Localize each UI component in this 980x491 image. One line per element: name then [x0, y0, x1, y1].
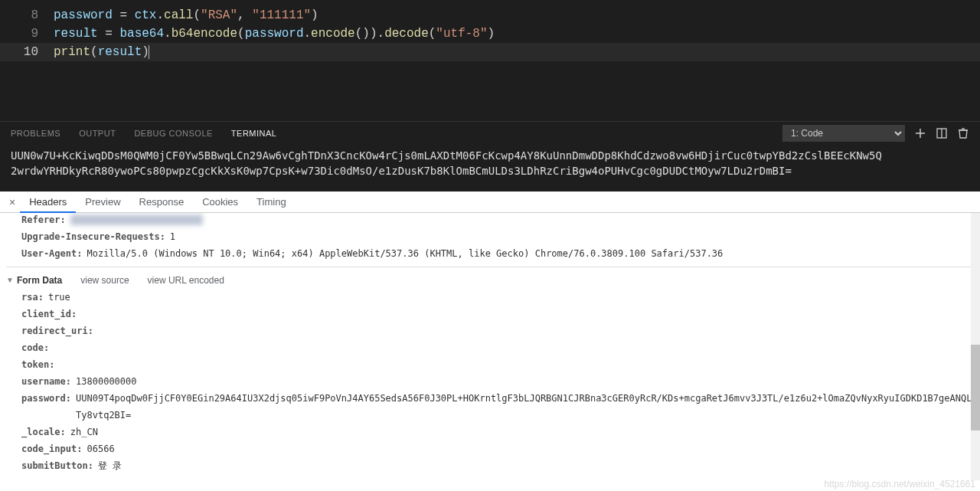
header-value: xxxxxxxxxxxxxxxxxxxxxxxx [70, 213, 203, 228]
panel-tabs: PROBLEMS OUTPUT DEBUG CONSOLE TERMINAL 1… [0, 122, 980, 145]
tab-headers[interactable]: Headers [20, 191, 76, 213]
form-key: code [21, 339, 49, 356]
form-value: 06566 [87, 440, 114, 457]
code-line[interactable]: 9 result = base64.b64encode(password.enc… [0, 25, 980, 43]
header-row: Referer xxxxxxxxxxxxxxxxxxxxxxxx [21, 213, 972, 228]
tab-cookies[interactable]: Cookies [193, 191, 247, 213]
code-content[interactable]: result = base64.b64encode(password.encod… [54, 25, 495, 43]
chevron-down-icon[interactable]: ▼ [6, 272, 14, 289]
form-key: username [21, 373, 71, 390]
form-key: token [21, 356, 54, 373]
code-line[interactable]: 8 password = ctx.call("RSA", "111111") [0, 6, 980, 25]
watermark: https://blog.csdn.net/weixin_4521661 [825, 479, 975, 489]
new-terminal-icon[interactable] [914, 127, 926, 139]
header-key: Upgrade-Insecure-Requests [21, 228, 165, 245]
form-key: submitButton [21, 457, 93, 474]
form-row: passwordUUN09T4poqDw0FjjCF0Y0EGin29A64IU… [21, 390, 972, 424]
bottom-panel: PROBLEMS OUTPUT DEBUG CONSOLE TERMINAL 1… [0, 121, 980, 191]
terminal-select[interactable]: 1: Code [782, 125, 905, 142]
header-row: User-Agent Mozilla/5.0 (Windows NT 10.0;… [21, 245, 972, 262]
kill-terminal-icon[interactable] [957, 127, 969, 139]
form-row: code_input06566 [21, 440, 972, 457]
form-row: username13800000000 [21, 373, 972, 390]
code-content[interactable]: password = ctx.call("RSA", "111111") [54, 6, 318, 25]
header-key: User-Agent [21, 245, 82, 262]
tab-problems[interactable]: PROBLEMS [11, 129, 60, 138]
form-key: code_input [21, 440, 82, 457]
code-content[interactable]: print(result) [54, 43, 149, 61]
form-key: rsa [21, 289, 44, 306]
form-row: code [21, 339, 972, 356]
redacted-value: xxxxxxxxxxxxxxxxxxxxxxxx [70, 214, 203, 225]
form-row: token [21, 356, 972, 373]
line-number: 8 [0, 6, 54, 25]
header-row: Upgrade-Insecure-Requests 1 [21, 228, 972, 245]
form-key: password [21, 390, 71, 407]
tab-timing[interactable]: Timing [247, 191, 296, 213]
code-line[interactable]: 10 print(result) [0, 43, 980, 61]
tab-preview[interactable]: Preview [76, 191, 129, 213]
tab-debug-console[interactable]: DEBUG CONSOLE [134, 129, 212, 138]
header-key: Referer [21, 213, 66, 228]
code-editor[interactable]: 8 password = ctx.call("RSA", "111111") 9… [0, 0, 980, 121]
form-value: true [48, 289, 70, 306]
header-value: 1 [170, 228, 175, 245]
header-value: Mozilla/5.0 (Windows NT 10.0; Win64; x64… [87, 245, 723, 262]
split-terminal-icon[interactable] [936, 127, 948, 139]
devtools-body[interactable]: Referer xxxxxxxxxxxxxxxxxxxxxxxx Upgrade… [0, 213, 972, 491]
terminal-output[interactable]: UUN0w7U+KcKiwqDDsM0QWM0jCF0Yw5BBwqLCn29A… [0, 145, 980, 182]
devtools-tabs: × Headers Preview Response Cookies Timin… [0, 191, 980, 213]
close-icon[interactable]: × [5, 196, 20, 208]
line-number: 9 [0, 25, 54, 43]
form-data-section: ▼ Form Data view source view URL encoded… [6, 267, 972, 474]
section-title: Form Data [17, 272, 62, 289]
view-url-encoded-link[interactable]: view URL encoded [148, 272, 224, 289]
form-row: submitButton登 录 [21, 457, 972, 474]
tab-output[interactable]: OUTPUT [79, 129, 116, 138]
tab-terminal[interactable]: TERMINAL [231, 129, 277, 138]
section-header[interactable]: ▼ Form Data view source view URL encoded [6, 272, 972, 289]
text-cursor [149, 45, 149, 59]
form-row: client_id [21, 306, 972, 322]
line-number: 10 [0, 43, 54, 61]
form-value: UUN09T4poqDw0FjjCF0Y0EGin29A64IU3X2djsq0… [76, 390, 972, 424]
devtools-panel: × Headers Preview Response Cookies Timin… [0, 191, 980, 491]
form-value: 登 录 [98, 457, 122, 474]
form-row: redirect_uri [21, 322, 972, 339]
form-row: rsatrue [21, 289, 972, 306]
form-value: zh_CN [70, 424, 98, 440]
form-value: 13800000000 [76, 373, 136, 390]
view-source-link[interactable]: view source [80, 272, 129, 289]
form-row: _localezh_CN [21, 424, 972, 440]
form-key: client_id [21, 306, 77, 322]
tab-response[interactable]: Response [130, 191, 194, 213]
form-key: redirect_uri [21, 322, 93, 339]
scrollbar-thumb[interactable] [971, 345, 980, 430]
form-key: _locale [21, 424, 66, 440]
